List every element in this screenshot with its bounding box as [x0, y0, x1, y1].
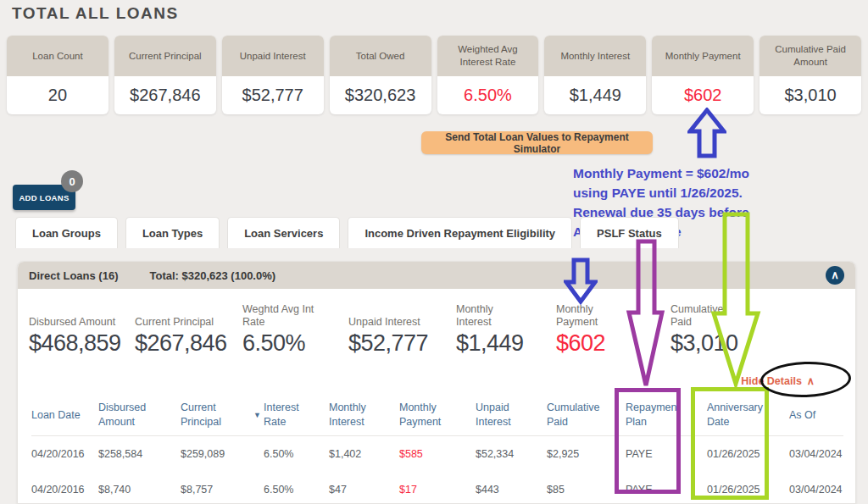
column-header-monthly-interest[interactable]: Monthly Interest	[329, 397, 381, 433]
collapse-panel-button[interactable]: ∧	[826, 266, 844, 285]
cell-current-principal: $8,757	[181, 479, 261, 500]
card-unpaid-interest: Unpaid Interest $52,777	[222, 36, 324, 114]
stat-value: $468,859	[29, 330, 135, 357]
cell-loan-date: 04/20/2016	[31, 479, 95, 500]
cell-unpaid-interest: $52,334	[476, 444, 530, 464]
stat-value: $52,777	[348, 330, 442, 357]
cell-cumulative-paid: $85	[547, 479, 616, 500]
cell-monthly-interest: $47	[329, 479, 381, 500]
card-monthly-interest: Monthly Interest $1,449	[544, 36, 646, 114]
cell-repayment-plan: PAYE	[626, 444, 692, 464]
cell-unpaid-interest: $443	[476, 479, 530, 500]
summary-cards: Loan Count 20 Current Principal $267,846…	[7, 36, 861, 114]
card-value: $320,623	[330, 76, 431, 114]
tab-loan-servicers[interactable]: Loan Servicers	[227, 217, 340, 248]
card-current-principal: Current Principal $267,846	[114, 36, 216, 114]
stat-value: $3,010	[670, 330, 738, 357]
sort-descending-icon: ▼	[253, 410, 261, 420]
chevron-up-icon: ∧	[807, 374, 815, 387]
stat-value: $602	[556, 330, 610, 357]
panel-header: Direct Loans (16) Total: $320,623 (100.0…	[18, 262, 855, 289]
add-loans-count-badge: 0	[61, 170, 83, 192]
cell-interest-rate: 6.50%	[264, 444, 314, 464]
stat-label: Monthly Interest	[456, 303, 509, 330]
column-header-anniversary-date[interactable]: Anniversary Date	[707, 397, 783, 433]
cell-monthly-interest: $1,402	[329, 444, 381, 464]
cell-monthly-payment: $17	[399, 479, 455, 500]
cell-anniversary-date: 01/26/2025	[707, 444, 783, 464]
column-header-cumulative-paid[interactable]: Cumulative Paid	[547, 397, 616, 433]
stat-unpaid-interest: Unpaid Interest $52,777	[348, 301, 442, 357]
card-label: Monthly Interest	[544, 36, 646, 76]
panel-total: Total: $320,623 (100.0%)	[149, 269, 275, 282]
tab-bar: Loan Groups Loan Types Loan Servicers In…	[15, 217, 679, 248]
column-header-current-principal[interactable]: Current Principal ▼	[181, 397, 261, 433]
annotation-line: Monthly Payment = $602/mo	[573, 163, 861, 183]
stat-weighted-avg-rate: Weghtd Avg Int Rate 6.50%	[242, 301, 327, 357]
cell-anniversary-date: 01/26/2025	[707, 479, 783, 500]
card-cumulative-paid: Cumulative Paid Amount $3,010	[760, 36, 861, 114]
stat-label: Unpaid Interest	[348, 316, 442, 330]
card-label: Cumulative Paid Amount	[760, 36, 861, 76]
card-label: Current Principal	[114, 36, 216, 76]
send-to-repayment-simulator-button[interactable]: Send Total Loan Values to Repayment Simu…	[421, 131, 653, 154]
stat-label: Disbursed Amount	[29, 316, 135, 330]
card-value: $602	[652, 76, 754, 114]
tab-loan-types[interactable]: Loan Types	[125, 217, 220, 248]
card-monthly-payment: Monthly Payment $602	[652, 36, 754, 114]
cell-disbursed-amount: $258,584	[98, 444, 168, 464]
cell-interest-rate: 6.50%	[264, 479, 314, 500]
chevron-up-icon: ∧	[831, 269, 839, 280]
table-header-divider	[31, 435, 843, 436]
blue-up-arrow-annotation	[687, 108, 726, 158]
cell-repayment-plan: PAYE	[626, 479, 692, 500]
card-label: Loan Count	[7, 36, 108, 76]
column-header-label: Current Principal	[181, 401, 250, 429]
column-header-interest-rate[interactable]: Interest Rate	[264, 397, 314, 433]
hide-details-toggle[interactable]: Hide Details ∧	[741, 374, 815, 387]
cell-as-of: 03/04/2024	[789, 444, 842, 464]
hide-details-label: Hide Details	[741, 375, 802, 387]
card-value: $267,846	[114, 76, 216, 114]
card-label: Total Owed	[330, 36, 431, 76]
stat-label: Monthly Payment	[556, 303, 610, 330]
card-total-owed: Total Owed $320,623	[330, 36, 431, 114]
stat-value: 6.50%	[242, 330, 327, 357]
stat-value: $1,449	[456, 330, 509, 357]
column-header-loan-date[interactable]: Loan Date	[31, 397, 95, 433]
column-header-monthly-payment[interactable]: Monthly Payment	[399, 397, 455, 433]
column-header-repayment-plan[interactable]: Repayment Plan	[626, 397, 692, 433]
card-value: $1,449	[544, 76, 646, 114]
card-value: 6.50%	[437, 76, 539, 114]
stat-cumulative-paid: Cumulative Paid $3,010	[670, 301, 738, 357]
tab-idr-eligibility[interactable]: Income Driven Repayment Eligibility	[348, 217, 572, 248]
cell-loan-date: 04/20/2016	[31, 444, 95, 464]
cell-disbursed-amount: $8,740	[98, 479, 168, 500]
cell-current-principal: $259,089	[181, 444, 261, 464]
stat-disbursed-amount: Disbursed Amount $468,859	[29, 301, 135, 357]
annotation-line: using PAYE until 1/26/2025.	[573, 183, 861, 202]
card-label: Monthly Payment	[652, 36, 754, 76]
cell-cumulative-paid: $2,925	[547, 444, 616, 464]
card-value: $3,010	[760, 76, 861, 114]
card-label: Unpaid Interest	[222, 36, 324, 76]
stat-label: Cumulative Paid	[670, 303, 738, 330]
column-header-as-of[interactable]: As Of	[789, 397, 842, 433]
stat-current-principal: Current Principal $267,846	[135, 301, 236, 357]
stat-label: Weghtd Avg Int Rate	[242, 303, 327, 330]
card-weighted-avg-rate: Weighted Avg Interest Rate 6.50%	[437, 36, 539, 114]
column-header-disbursed-amount[interactable]: Disbursed Amount	[98, 397, 168, 433]
card-loan-count: Loan Count 20	[7, 36, 108, 114]
card-value: 20	[7, 76, 108, 114]
cell-as-of: 03/04/2024	[789, 479, 842, 500]
column-header-unpaid-interest[interactable]: Unpaid Interest	[476, 397, 530, 433]
stat-label: Current Principal	[135, 316, 236, 330]
tab-pslf-status[interactable]: PSLF Status	[580, 217, 679, 248]
panel-title: Direct Loans (16)	[29, 269, 118, 282]
cell-monthly-payment: $585	[399, 444, 455, 464]
card-value: $52,777	[222, 76, 324, 114]
tab-loan-groups[interactable]: Loan Groups	[15, 217, 118, 248]
stat-monthly-payment: Monthly Payment $602	[556, 301, 610, 357]
stat-value: $267,846	[135, 330, 236, 357]
stat-monthly-interest: Monthly Interest $1,449	[456, 301, 509, 357]
